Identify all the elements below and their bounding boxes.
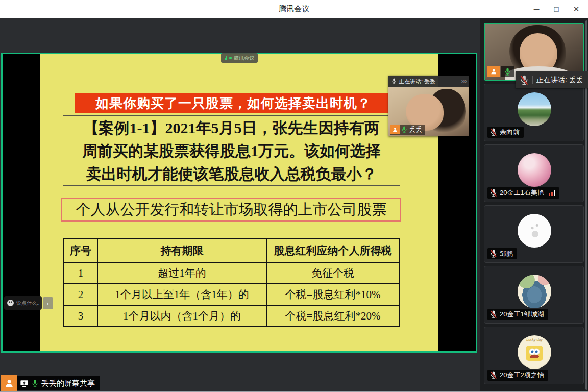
participants-sidebar: 余向前 20金工1石美艳 [480, 18, 588, 392]
main-stage: 如果你购买了一只股票，如何选择卖出时机？ 【案例1-1】2021年5月5日，张先… [0, 18, 480, 392]
speaking-tooltip-text: 正在讲话: 丢丢 [536, 76, 583, 85]
table-row: 1 超过1年的 免征个税 [64, 262, 399, 283]
table-cell: 免征个税 [266, 263, 399, 283]
table-cell: 个税=股息红利*20% [266, 306, 399, 326]
table-cell: 个税=股息红利*10% [266, 284, 399, 305]
person-icon [4, 378, 14, 388]
watermark-label: 腾讯会议 [234, 55, 254, 62]
mic-active-icon [32, 380, 38, 387]
mic-muted-icon [520, 75, 529, 85]
screen-share-icon [20, 380, 29, 387]
chat-input[interactable]: 说点什么... [4, 296, 42, 310]
minimize-icon[interactable]: ─ [529, 0, 544, 18]
maximize-icon[interactable]: □ [549, 0, 564, 18]
avatar: Lucky day [518, 335, 551, 369]
emoji-icon[interactable] [7, 300, 14, 306]
chat-collapse-button[interactable]: ‹ [43, 297, 53, 309]
avatar [518, 92, 551, 126]
speaker-name-chip: 丢丢 [390, 125, 425, 135]
chat-placeholder: 说点什么... [16, 300, 39, 307]
network-signal-icon [549, 190, 555, 196]
participant-tile[interactable]: Lucky day 20金工2项之怡 [484, 327, 584, 384]
mic-muted-icon [490, 250, 497, 258]
table-cell: 超过1年的 [97, 263, 266, 283]
avatar [518, 275, 551, 308]
close-icon[interactable]: ✕ [569, 0, 584, 18]
tencent-meeting-window: 腾讯会议 ─ □ ✕ 如果你购买了一只股票，如何选择卖出时机？ 【案例1-1】2… [0, 0, 588, 392]
green-dot-icon [229, 57, 232, 59]
table-header: 序号 [64, 239, 97, 262]
mic-muted-icon [490, 310, 497, 318]
mic-chip [501, 66, 514, 77]
speaking-banner-text: 正在讲话: 丢丢 [399, 78, 435, 85]
table-header: 持有期限 [97, 239, 266, 262]
speaking-banner: 正在讲话: 丢丢 »» [388, 76, 469, 87]
table-header: 股息红利应纳个人所得税 [266, 239, 399, 262]
sharer-host-icon [1, 375, 17, 391]
participant-name-chip: 邹鹏 [487, 248, 517, 259]
case-line: 【案例1-1】2021年5月5日，张先生因持有两 [63, 116, 400, 139]
table-cell: 1个月以上至1年（含1年）的 [97, 284, 266, 305]
mic-muted-icon [490, 189, 497, 197]
participant-name-chip: 20金工2项之怡 [487, 370, 548, 381]
participant-name: 20金工1邹城湖 [500, 310, 544, 319]
mic-muted-icon [490, 371, 497, 379]
host-icon [487, 66, 500, 77]
participant-name-chip: 20金工1石美艳 [487, 187, 559, 199]
table-cell: 2 [64, 284, 97, 305]
spongebob-shape [526, 346, 543, 361]
participant-tile[interactable]: 20金工1邹城湖 [484, 266, 584, 324]
speaker-video: 丢丢 [388, 87, 469, 136]
avatar-text: Lucky day [518, 338, 551, 341]
screen-share-label: 丢丢的屏幕共享 [41, 379, 95, 388]
active-speaker-panel[interactable]: 正在讲话: 丢丢 »» 丢丢 [388, 76, 469, 136]
titlebar: 腾讯会议 ─ □ ✕ [0, 0, 588, 18]
case-line: 周前买的某股票获得股息1万元。该如何选择 [63, 139, 400, 162]
window-title: 腾讯会议 [0, 4, 588, 14]
participant-tile[interactable]: 余向前 [484, 84, 584, 141]
speaking-tooltip: 正在讲话: 丢丢 [516, 71, 588, 88]
table-header-row: 序号 持有期限 股息红利应纳个人所得税 [64, 239, 399, 262]
meeting-watermark-badge: 腾讯会议 [221, 53, 258, 63]
shared-slide: 如果你购买了一只股票，如何选择卖出时机？ 【案例1-1】2021年5月5日，张先… [40, 54, 438, 351]
chart-bars-icon [225, 56, 227, 60]
participant-name-chip: 余向前 [487, 127, 524, 138]
participant-name-chip: 20金工1邹城湖 [487, 309, 548, 320]
screen-share-status: 丢丢的屏幕共享 [17, 376, 100, 390]
participant-name: 邹鹏 [500, 249, 513, 258]
avatar [518, 214, 551, 248]
table-cell: 1 [64, 263, 97, 283]
slide-title-banner: 如果你购买了一只股票，如何选择卖出时机？ [75, 93, 392, 113]
mic-active-icon [401, 126, 407, 133]
speaker-name: 丢丢 [409, 125, 422, 134]
participant-name: 20金工2项之怡 [500, 371, 544, 380]
slide-case-box: 【案例1-1】2021年5月5日，张先生因持有两 周前买的某股票获得股息1万元。… [63, 115, 400, 186]
mic-active-icon [504, 68, 511, 76]
slide-subtitle-box: 个人从公开发行和转让市场取得的上市公司股票 [61, 198, 401, 222]
table-row: 2 1个月以上至1年（含1年）的 个税=股息红利*10% [64, 283, 399, 305]
participant-name: 余向前 [500, 128, 520, 137]
case-line: 卖出时机才能使该笔股息收入总税负最小？ [63, 162, 400, 185]
mic-muted-icon [490, 128, 497, 136]
participant-tile[interactable]: 邹鹏 [484, 205, 584, 263]
avatar [518, 153, 551, 187]
host-icon [390, 125, 400, 134]
divider [532, 76, 533, 84]
participant-name: 20金工1石美艳 [500, 188, 544, 198]
table-cell: 3 [64, 306, 97, 326]
slide-table: 序号 持有期限 股息红利应纳个人所得税 1 超过1年的 免征个税 2 1个月以上… [63, 238, 400, 327]
participant-status-icons [487, 66, 514, 77]
chevrons-icon: »» [461, 78, 466, 85]
participant-tile[interactable]: 20金工1石美艳 [484, 144, 584, 202]
table-cell: 1个月以内（含1个月）的 [97, 306, 266, 326]
mic-icon [391, 78, 397, 84]
table-row: 3 1个月以内（含1个月）的 个税=股息红利*20% [64, 305, 399, 326]
